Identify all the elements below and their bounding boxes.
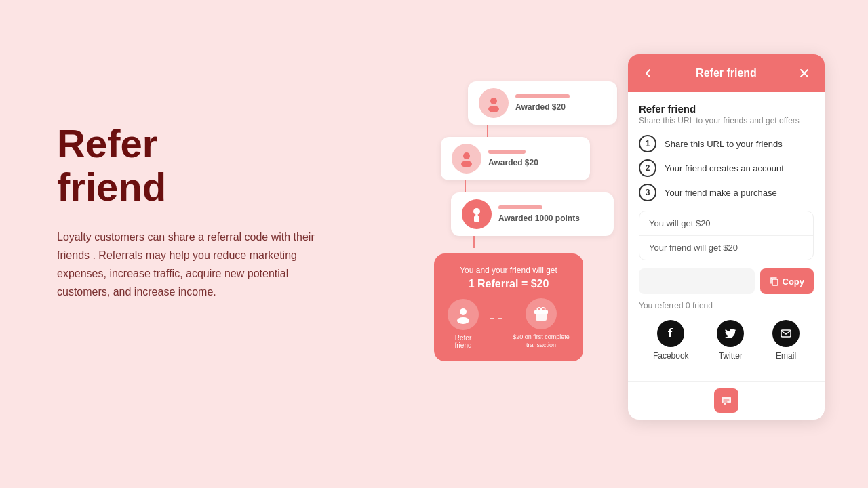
copy-row: Copy [639,268,814,294]
card-label-2: Awarded $20 [488,158,579,167]
left-section: Refer friend Loyalty customers can share… [57,122,342,301]
svg-point-7 [460,308,467,315]
avatar-3 [462,199,492,229]
referral-card-2: Awarded $20 [441,137,590,180]
svg-rect-10 [534,310,548,314]
step-text-2: Your friend creates an account [665,163,784,174]
bottom-icon-reward: $20 on first complete transaction [513,298,570,349]
svg-point-3 [461,161,472,167]
reward-friend: Your friend will get $20 [639,236,813,260]
card-label-1: Awarded $20 [515,102,606,112]
panel-header: Refer friend [628,54,825,92]
facebook-label: Facebook [653,351,689,361]
referral-card-1: Awarded $20 [468,81,617,125]
dashed-connector [490,318,502,319]
svg-point-2 [463,152,470,159]
card-bar [515,94,570,98]
referral-card-3: Awarded 1000 points [451,192,614,236]
share-email[interactable]: Email [772,320,800,361]
copy-button[interactable]: Copy [760,268,814,294]
step-num-1: 1 [639,135,656,152]
panel-section-title: Refer friend [639,103,814,115]
svg-rect-6 [475,214,478,217]
reward-box: You will get $20 Your friend will get $2… [639,211,814,260]
connector-2 [465,180,466,192]
panel-footer [628,381,825,420]
email-label: Email [776,351,796,361]
reward-you: You will get $20 [639,211,813,236]
connector-1 [487,125,488,137]
bottom-icon-refer-label: Refer friend [448,334,479,349]
bottom-card-top-text: You and your friend will get [448,266,570,275]
step-1: 1 Share this URL to your friends [639,135,814,152]
card-bar [498,205,542,209]
twitter-label: Twitter [719,351,743,361]
page-description: Loyalty customers can share a referral c… [57,228,342,302]
share-facebook[interactable]: Facebook [653,320,689,361]
steps-list: 1 Share this URL to your friends 2 Your … [639,135,814,201]
share-row: Facebook Twitter Emai [639,320,814,361]
bottom-card-main-text: 1 Referral = $20 [448,278,570,290]
card-2-wrapper: Awarded $20 [441,137,590,180]
step-text-3: Your friend make a purchase [665,188,777,198]
card-bar [488,150,526,154]
step-num-3: 3 [639,184,656,201]
panel-body: Refer friend Share this URL to your frie… [628,92,825,381]
svg-point-8 [457,317,469,324]
step-text-1: Share this URL to your friends [665,139,783,149]
svg-rect-11 [772,279,778,285]
bottom-promo-card: You and your friend will get 1 Referral … [434,253,583,361]
svg-rect-12 [781,330,791,337]
panel-section-sub: Share this URL to your friends and get o… [639,116,814,125]
svg-point-4 [473,208,480,215]
bottom-card-icons: Refer friend $20 on first complete trans… [448,298,570,349]
panel-header-title: Refer friend [696,67,757,79]
connector-3 [473,236,475,248]
bottom-icon-reward-label: $20 on first complete transaction [513,333,570,349]
svg-point-0 [490,98,497,104]
share-twitter[interactable]: Twitter [717,320,744,361]
url-input[interactable] [639,268,755,294]
avatar-1 [479,88,509,118]
facebook-icon [657,320,684,347]
page-title: Refer friend [57,122,342,209]
back-button[interactable] [639,64,658,83]
svg-point-1 [488,106,499,112]
close-button[interactable] [795,64,814,83]
referred-text: You referred 0 friend [639,301,814,310]
svg-rect-5 [474,216,479,222]
avatar-2 [452,144,481,174]
card-3-wrapper: Awarded 1000 points [451,192,614,236]
step-2: 2 Your friend creates an account [639,159,814,177]
bottom-icon-refer: Refer friend [448,299,479,349]
twitter-icon [717,320,744,347]
step-3: 3 Your friend make a purchase [639,184,814,201]
footer-chat-icon[interactable] [714,388,738,413]
step-num-2: 2 [639,159,656,177]
cards-section: Awarded $20 Awarded $20 [414,81,617,361]
card-label-3: Awarded 1000 points [498,214,603,223]
right-panel: Refer friend Refer friend Share this URL… [628,54,825,420]
card-1-wrapper: Awarded $20 [468,81,617,125]
email-icon [772,320,800,347]
